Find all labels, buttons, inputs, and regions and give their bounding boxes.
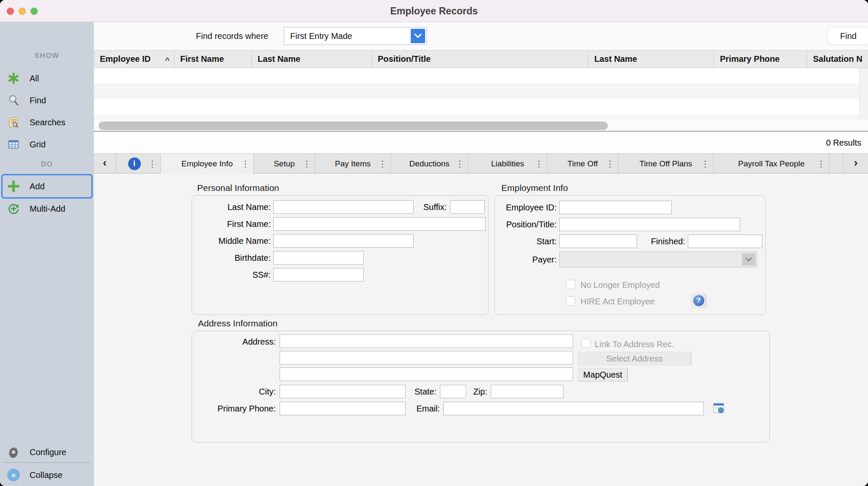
link-to-address-label: Link To Address Rec. [595, 340, 674, 349]
chevron-down-icon[interactable] [411, 29, 425, 43]
tab-payroll-tax-people[interactable]: Payroll Tax People ⋮ [714, 154, 830, 174]
address-label: Address: [183, 337, 276, 347]
primary-phone-field[interactable] [280, 402, 406, 415]
sidebar-item-all[interactable]: All [0, 71, 94, 86]
chevron-down-icon[interactable] [742, 253, 755, 266]
payer-label: Payer: [464, 255, 557, 265]
more-options-icon[interactable]: ⋮ [456, 159, 464, 169]
column-header-primary-phone[interactable]: Primary Phone [714, 50, 807, 68]
sidebar-item-searches[interactable]: Searches [0, 115, 94, 130]
mapquest-button[interactable]: MapQuest [578, 368, 628, 381]
magnifier-icon [7, 94, 20, 107]
payer-dropdown[interactable] [559, 251, 757, 268]
middle-name-label: Middle Name: [178, 236, 271, 246]
tab-pay-items[interactable]: Pay Items ⋮ [315, 154, 391, 174]
column-header-salutation[interactable]: Salutation N [807, 50, 868, 68]
link-to-address-checkbox[interactable] [581, 339, 591, 348]
column-header-last-name-2[interactable]: Last Name [588, 50, 714, 68]
sidebar-item-label: All [30, 71, 39, 86]
sidebar-item-multi-add[interactable]: Multi-Add [0, 202, 94, 216]
finished-date-field[interactable] [688, 235, 762, 248]
info-icon: i [128, 157, 141, 170]
horizontal-scrollbar-thumb[interactable] [99, 122, 608, 130]
sidebar-item-label: Find [30, 93, 46, 108]
find-records-where-label: Find records where [196, 22, 268, 50]
help-button[interactable]: ? [691, 293, 706, 308]
chevron-right-icon: › [854, 156, 858, 171]
email-label: Email: [406, 404, 440, 414]
field-dropdown-value: First Entry Made [290, 28, 352, 44]
tabs-scroll-right-button[interactable]: › [843, 154, 868, 174]
hire-act-checkbox[interactable] [566, 296, 575, 306]
position-title-label: Position/Title: [464, 220, 557, 229]
column-header-first-name[interactable]: First Name [174, 50, 252, 68]
address-line-1-field[interactable] [280, 334, 573, 348]
start-date-field[interactable] [559, 235, 637, 248]
select-address-button[interactable]: Select Address [578, 352, 691, 365]
tab-setup[interactable]: Setup ⋮ [254, 154, 315, 174]
position-title-field[interactable] [559, 218, 740, 231]
tabs-scroll-left-button[interactable]: ‹ [94, 154, 116, 174]
first-name-field[interactable] [273, 217, 486, 231]
no-longer-employed-checkbox[interactable] [566, 280, 575, 289]
last-name-label: Last Name: [178, 202, 271, 212]
address-line-2-field[interactable] [280, 351, 573, 364]
sidebar: SHOW All Find Searches Grid DO [0, 22, 94, 486]
suffix-label: Suffix: [417, 202, 447, 212]
city-field[interactable] [280, 385, 406, 398]
sidebar-item-grid[interactable]: Grid [0, 137, 94, 152]
middle-name-field[interactable] [273, 234, 414, 248]
sidebar-item-add[interactable]: Add [0, 179, 94, 193]
email-field[interactable] [443, 402, 704, 415]
gear-icon [7, 445, 20, 459]
chevron-left-icon: ‹ [103, 156, 107, 171]
ssn-field[interactable] [273, 268, 364, 282]
field-dropdown[interactable]: First Entry Made [284, 27, 427, 45]
more-options-icon[interactable]: ⋮ [378, 159, 387, 169]
tab-employee-info[interactable]: Employee Info ⋮ [161, 154, 254, 174]
tab-record-info[interactable]: i ⋮ [116, 154, 161, 174]
email-browser-icon[interactable] [713, 403, 725, 414]
zip-field[interactable] [491, 385, 563, 398]
ssn-label: SS#: [178, 270, 271, 280]
last-name-field[interactable] [273, 200, 414, 214]
find-button[interactable]: Find [827, 27, 868, 45]
find-bar: Find records where First Entry Made Find… [94, 22, 868, 50]
vertical-scrollbar-track[interactable] [859, 68, 868, 120]
tab-liabilities[interactable]: Liabilities ⋮ [468, 154, 547, 174]
more-options-icon[interactable]: ⋮ [241, 159, 250, 169]
column-header-position-title[interactable]: Position/Title [372, 50, 588, 68]
more-options-icon[interactable]: ⋮ [535, 159, 543, 169]
more-options-icon[interactable]: ⋮ [302, 159, 311, 169]
address-line-3-field[interactable] [280, 367, 573, 381]
more-options-icon[interactable]: ⋮ [701, 159, 709, 169]
plus-icon [7, 179, 20, 193]
sidebar-item-configure[interactable]: Configure [0, 445, 94, 459]
sort-ascending-icon: ^ [165, 52, 170, 68]
sidebar-item-find[interactable]: Find [0, 93, 94, 108]
table-row [94, 115, 868, 120]
searches-scroll-icon [7, 116, 20, 129]
birthdate-field[interactable] [273, 251, 364, 265]
sidebar-item-label: Collapse [30, 468, 63, 482]
window-title: Employee Records [0, 0, 868, 22]
column-header-last-name[interactable]: Last Name [252, 50, 372, 68]
more-options-icon[interactable]: ⋮ [148, 159, 157, 169]
tab-time-off[interactable]: Time Off ⋮ [547, 154, 618, 174]
tab-spacer [830, 154, 843, 174]
hire-act-label: HIRE Act Employee [580, 297, 655, 307]
more-options-icon[interactable]: ⋮ [606, 159, 614, 169]
sidebar-item-collapse[interactable]: « Collapse [0, 468, 94, 482]
horizontal-scrollbar-track[interactable] [94, 120, 868, 131]
collapse-icon: « [7, 468, 20, 482]
results-status-row: 0 Results [94, 132, 868, 154]
more-options-icon[interactable]: ⋮ [817, 159, 825, 169]
employee-id-label: Employee ID: [464, 203, 557, 213]
personal-information-heading: Personal Information [197, 183, 279, 193]
column-header-employee-id[interactable]: Employee ID ^ [94, 50, 174, 68]
tab-deductions[interactable]: Deductions ⋮ [391, 154, 468, 174]
tab-time-off-plans[interactable]: Time Off Plans ⋮ [618, 154, 714, 174]
employee-id-field[interactable] [559, 201, 672, 214]
multi-add-icon [7, 202, 20, 215]
no-longer-employed-label: No Longer Employed [580, 280, 660, 290]
